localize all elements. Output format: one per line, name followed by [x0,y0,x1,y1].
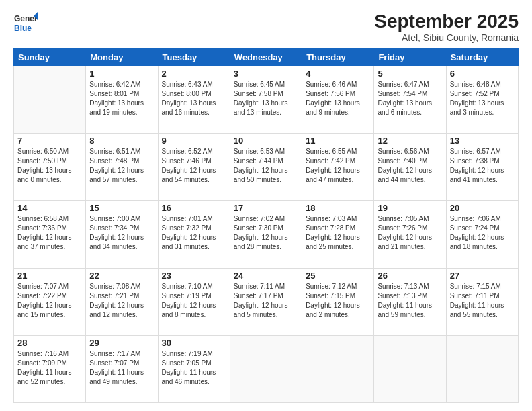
calendar-day-cell: 28Sunrise: 7:16 AM Sunset: 7:09 PM Dayli… [14,335,86,402]
calendar-day-cell: 5Sunrise: 6:47 AM Sunset: 7:54 PM Daylig… [374,66,446,134]
calendar-day-cell: 6Sunrise: 6:48 AM Sunset: 7:52 PM Daylig… [446,66,518,134]
calendar-day-cell: 24Sunrise: 7:11 AM Sunset: 7:17 PM Dayli… [230,268,302,335]
svg-text:Blue: Blue [14,24,32,33]
day-info: Sunrise: 6:46 AM Sunset: 7:56 PM Dayligh… [306,80,370,118]
calendar-day-cell: 21Sunrise: 7:07 AM Sunset: 7:22 PM Dayli… [14,268,86,335]
day-number: 2 [162,68,226,79]
calendar-day-cell: 11Sunrise: 6:55 AM Sunset: 7:42 PM Dayli… [302,134,374,201]
day-info: Sunrise: 7:08 AM Sunset: 7:21 PM Dayligh… [89,282,154,320]
day-info: Sunrise: 7:10 AM Sunset: 7:19 PM Dayligh… [162,282,226,320]
day-number: 14 [17,203,82,213]
calendar-week-row: 28Sunrise: 7:16 AM Sunset: 7:09 PM Dayli… [14,335,519,402]
day-info: Sunrise: 6:55 AM Sunset: 7:42 PM Dayligh… [306,147,370,185]
calendar-day-cell: 16Sunrise: 7:01 AM Sunset: 7:32 PM Dayli… [158,201,230,268]
day-number: 22 [89,271,154,281]
day-number: 5 [378,68,442,79]
calendar-day-cell: 7Sunrise: 6:50 AM Sunset: 7:50 PM Daylig… [14,134,86,201]
calendar-day-cell [230,335,302,402]
day-number: 4 [306,68,370,79]
calendar-day-cell: 8Sunrise: 6:51 AM Sunset: 7:48 PM Daylig… [86,134,158,201]
calendar-week-row: 7Sunrise: 6:50 AM Sunset: 7:50 PM Daylig… [14,134,519,201]
calendar-day-cell [302,335,374,402]
logo: General Blue [13,11,38,35]
calendar-week-row: 1Sunrise: 6:42 AM Sunset: 8:01 PM Daylig… [14,66,519,134]
calendar-day-cell [374,335,446,402]
calendar-day-cell: 26Sunrise: 7:13 AM Sunset: 7:13 PM Dayli… [374,268,446,335]
calendar-day-cell: 1Sunrise: 6:42 AM Sunset: 8:01 PM Daylig… [86,66,158,134]
day-info: Sunrise: 7:03 AM Sunset: 7:28 PM Dayligh… [306,214,370,252]
calendar-day-cell: 27Sunrise: 7:15 AM Sunset: 7:11 PM Dayli… [446,268,518,335]
calendar-day-cell: 12Sunrise: 6:56 AM Sunset: 7:40 PM Dayli… [374,134,446,201]
day-number: 26 [378,271,442,281]
day-info: Sunrise: 6:43 AM Sunset: 8:00 PM Dayligh… [162,80,226,118]
calendar-header-cell: Wednesday [230,49,302,66]
calendar-header-cell: Friday [374,49,446,66]
day-number: 24 [234,271,298,281]
calendar-day-cell: 20Sunrise: 7:06 AM Sunset: 7:24 PM Dayli… [446,201,518,268]
day-number: 11 [306,136,370,146]
calendar-day-cell: 17Sunrise: 7:02 AM Sunset: 7:30 PM Dayli… [230,201,302,268]
calendar-week-row: 21Sunrise: 7:07 AM Sunset: 7:22 PM Dayli… [14,268,519,335]
day-info: Sunrise: 7:15 AM Sunset: 7:11 PM Dayligh… [450,282,515,320]
day-info: Sunrise: 6:45 AM Sunset: 7:58 PM Dayligh… [234,80,298,118]
calendar-day-cell: 3Sunrise: 6:45 AM Sunset: 7:58 PM Daylig… [230,66,302,134]
calendar-table: SundayMondayTuesdayWednesdayThursdayFrid… [13,48,519,403]
calendar-day-cell: 19Sunrise: 7:05 AM Sunset: 7:26 PM Dayli… [374,201,446,268]
day-info: Sunrise: 7:13 AM Sunset: 7:13 PM Dayligh… [378,282,442,320]
day-info: Sunrise: 6:58 AM Sunset: 7:36 PM Dayligh… [17,214,82,252]
day-info: Sunrise: 6:48 AM Sunset: 7:52 PM Dayligh… [450,80,515,118]
day-number: 6 [450,68,515,79]
day-info: Sunrise: 7:05 AM Sunset: 7:26 PM Dayligh… [378,214,442,252]
day-info: Sunrise: 6:53 AM Sunset: 7:44 PM Dayligh… [234,147,298,185]
day-info: Sunrise: 7:11 AM Sunset: 7:17 PM Dayligh… [234,282,298,320]
calendar-day-cell: 4Sunrise: 6:46 AM Sunset: 7:56 PM Daylig… [302,66,374,134]
day-info: Sunrise: 6:57 AM Sunset: 7:38 PM Dayligh… [450,147,515,185]
svg-text:General: General [14,14,38,24]
day-number: 30 [162,338,226,348]
logo-svg: General Blue [13,11,38,35]
calendar-header-cell: Tuesday [158,49,230,66]
calendar-day-cell: 22Sunrise: 7:08 AM Sunset: 7:21 PM Dayli… [86,268,158,335]
calendar-header-cell: Monday [86,49,158,66]
title-block: September 2025 Atel, Sibiu County, Roman… [374,11,519,43]
header: General Blue September 2025 Atel, Sibiu … [13,11,519,43]
calendar-header-row: SundayMondayTuesdayWednesdayThursdayFrid… [14,49,519,66]
calendar-day-cell: 25Sunrise: 7:12 AM Sunset: 7:15 PM Dayli… [302,268,374,335]
day-info: Sunrise: 6:47 AM Sunset: 7:54 PM Dayligh… [378,80,442,118]
day-info: Sunrise: 6:42 AM Sunset: 8:01 PM Dayligh… [89,80,154,118]
day-number: 27 [450,271,515,281]
page: General Blue September 2025 Atel, Sibiu … [0,0,532,411]
day-number: 20 [450,203,515,213]
day-info: Sunrise: 7:17 AM Sunset: 7:07 PM Dayligh… [89,349,154,387]
calendar-day-cell: 9Sunrise: 6:52 AM Sunset: 7:46 PM Daylig… [158,134,230,201]
day-number: 12 [378,136,442,146]
day-info: Sunrise: 6:51 AM Sunset: 7:48 PM Dayligh… [89,147,154,185]
day-info: Sunrise: 6:56 AM Sunset: 7:40 PM Dayligh… [378,147,442,185]
day-number: 8 [89,136,154,146]
day-number: 15 [89,203,154,213]
day-info: Sunrise: 7:00 AM Sunset: 7:34 PM Dayligh… [89,214,154,252]
day-number: 17 [234,203,298,213]
day-info: Sunrise: 7:16 AM Sunset: 7:09 PM Dayligh… [17,349,82,387]
day-number: 10 [234,136,298,146]
day-number: 9 [162,136,226,146]
day-number: 16 [162,203,226,213]
day-number: 21 [17,271,82,281]
calendar-day-cell: 18Sunrise: 7:03 AM Sunset: 7:28 PM Dayli… [302,201,374,268]
day-number: 7 [17,136,82,146]
calendar-header-cell: Saturday [446,49,518,66]
calendar-week-row: 14Sunrise: 6:58 AM Sunset: 7:36 PM Dayli… [14,201,519,268]
calendar-header-cell: Sunday [14,49,86,66]
calendar-header-cell: Thursday [302,49,374,66]
calendar-day-cell: 23Sunrise: 7:10 AM Sunset: 7:19 PM Dayli… [158,268,230,335]
day-number: 28 [17,338,82,348]
calendar-day-cell: 14Sunrise: 6:58 AM Sunset: 7:36 PM Dayli… [14,201,86,268]
day-info: Sunrise: 7:19 AM Sunset: 7:05 PM Dayligh… [162,349,226,387]
page-title: September 2025 [374,11,519,32]
day-info: Sunrise: 6:52 AM Sunset: 7:46 PM Dayligh… [162,147,226,185]
calendar-day-cell: 30Sunrise: 7:19 AM Sunset: 7:05 PM Dayli… [158,335,230,402]
calendar-day-cell: 2Sunrise: 6:43 AM Sunset: 8:00 PM Daylig… [158,66,230,134]
day-number: 13 [450,136,515,146]
day-number: 19 [378,203,442,213]
calendar-day-cell: 15Sunrise: 7:00 AM Sunset: 7:34 PM Dayli… [86,201,158,268]
